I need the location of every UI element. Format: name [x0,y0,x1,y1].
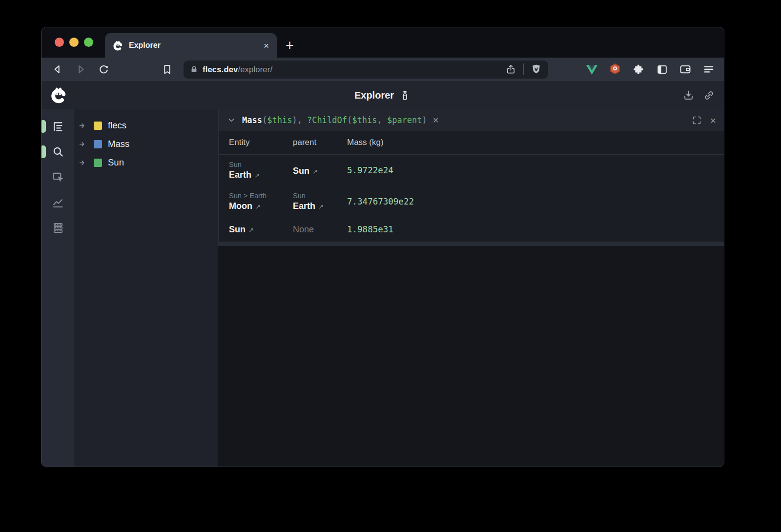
column-header-parent: parent [293,138,347,147]
sidebar-toggle-icon[interactable] [655,62,669,77]
parent-cell: Sun↗ [293,164,347,176]
tree-item-label[interactable]: Sun [108,157,124,168]
entity-color-swatch [94,122,102,130]
search-icon [51,145,65,159]
bookmark-icon[interactable] [159,61,175,78]
url-path: /explorer/ [238,65,272,74]
query-token: ( [347,115,352,125]
browser-window: Explorer × + flecs.dev/explorer/ [41,27,724,467]
stats-chart-icon [51,196,64,209]
vue-devtools-icon[interactable] [584,62,599,77]
close-panel-icon[interactable]: × [710,115,716,125]
mass-value: 7.34767309e22 [347,197,724,206]
tree-item-sun[interactable]: Sun [74,153,218,172]
tab-explorer[interactable]: Explorer × [105,33,277,58]
extensions-group [584,62,716,77]
query-token: ) [422,115,427,125]
query-token: $this [352,115,377,125]
browser-menu-icon[interactable] [701,62,716,77]
inspector-icon [51,170,65,184]
column-header-mass: Mass (kg) [347,138,724,147]
tab-close-icon[interactable]: × [264,41,269,50]
entity-link[interactable]: Sun↗ [229,225,293,235]
fullscreen-icon[interactable] [692,115,702,125]
entity-path: Sun [229,161,293,168]
table-row: Sun↗ None 1.9885e31 [219,217,724,242]
query-token: $this [267,115,292,125]
sidebar-item-registers[interactable] [50,220,66,236]
main-area: Mass($this), ?ChildOf($this, $parent) × … [218,109,724,467]
app-title: Explorer [354,90,394,101]
query-token: ?ChildOf [307,115,347,125]
sidebar-item-stats[interactable] [50,194,66,211]
tree-item-mass[interactable]: Mass [74,135,218,153]
tree-view-icon [51,120,64,133]
tab-favicon-flecs-icon [113,41,123,51]
tab-title: Explorer [129,41,161,50]
query-token: , [377,115,387,125]
entity-color-swatch [94,159,102,167]
entity-link[interactable]: Earth↗ [229,170,293,180]
query-token: ( [262,115,267,125]
tree-item-flecs[interactable]: flecs [74,116,218,135]
url-text: flecs.dev/explorer/ [203,65,272,74]
mass-value: 1.9885e31 [347,225,724,234]
content-area: flecs Mass Sun [41,109,724,467]
tree-item-label[interactable]: Mass [108,139,129,149]
parent-link[interactable]: Earth↗ [293,201,347,211]
flecs-logo-icon[interactable] [50,87,67,103]
sidebar-item-query[interactable] [50,143,66,160]
expand-arrow-icon[interactable] [79,140,87,148]
entity-tree-panel: flecs Mass Sun [74,109,218,467]
open-entity-icon[interactable]: ↗ [248,226,254,234]
query-token: ), [292,115,307,125]
url-domain: flecs.dev [203,65,238,74]
parent-none: None [293,225,347,235]
column-header-entity: Entity [229,138,293,147]
close-window-button[interactable] [55,38,64,47]
permalink-icon[interactable] [703,89,715,102]
query-expression[interactable]: Mass($this), ?ChildOf($this, $parent) [242,115,427,125]
parent-path: Sun [293,192,347,200]
expand-arrow-icon[interactable] [79,159,87,167]
sidebar-item-inspector[interactable] [50,169,66,185]
traffic-lights [55,38,93,47]
forward-button[interactable] [72,61,89,78]
sidebar-rail [41,109,74,467]
entity-link[interactable]: Moon↗ [229,201,293,211]
new-tab-button[interactable]: + [286,39,294,53]
url-bar[interactable]: flecs.dev/explorer/ [184,61,548,79]
open-entity-icon[interactable]: ↗ [254,172,260,179]
active-indicator-search [41,145,46,158]
extensions-puzzle-icon[interactable] [631,62,646,77]
sidebar-item-tree[interactable] [50,118,66,135]
app-header: Explorer [41,81,724,109]
query-bar[interactable]: Mass($this), ?ChildOf($this, $parent) × … [219,109,724,131]
query-token: $parent [387,115,422,125]
parent-link[interactable]: Sun↗ [293,166,347,176]
back-button[interactable] [49,61,66,78]
tree-item-label[interactable]: flecs [108,120,126,131]
parent-cell: None [293,225,347,235]
maximize-window-button[interactable] [84,38,93,47]
tab-strip: Explorer × + [41,27,724,58]
query-clear-icon[interactable]: × [433,115,439,125]
chevron-down-icon[interactable] [226,115,236,125]
hexagon-extension-icon[interactable] [608,62,622,77]
open-entity-icon[interactable]: ↗ [318,203,324,210]
query-panel: Mass($this), ?ChildOf($this, $parent) × … [218,109,724,246]
download-icon[interactable] [682,89,695,102]
reload-button[interactable] [95,61,112,78]
mass-value: 5.9722e24 [347,165,724,175]
share-icon[interactable] [505,64,516,75]
wallet-icon[interactable] [678,62,693,77]
minimize-window-button[interactable] [69,38,79,47]
expand-arrow-icon[interactable] [79,122,87,130]
remote-connect-icon [399,89,411,102]
app-title-wrap: Explorer [41,89,724,102]
lock-icon [189,65,199,74]
entity-color-swatch [94,140,102,148]
brave-shield-icon[interactable] [530,63,542,76]
open-entity-icon[interactable]: ↗ [255,203,261,210]
open-entity-icon[interactable]: ↗ [312,168,318,175]
